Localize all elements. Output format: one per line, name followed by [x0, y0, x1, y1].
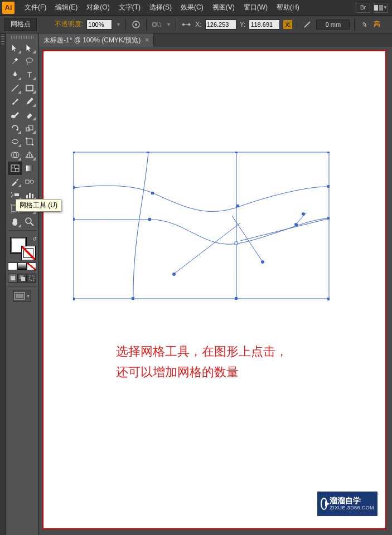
artboard[interactable]: 选择网格工具，在图形上点击， 还可以增加网格的数量 溜溜自学 ZIXUE.3D6… [42, 50, 386, 529]
blob-brush-tool[interactable] [8, 108, 22, 121]
svg-point-3 [135, 23, 137, 26]
arrange-button[interactable]: ▼ [374, 3, 388, 13]
direct-selection-tool[interactable] [22, 41, 37, 55]
svg-rect-52 [327, 185, 330, 188]
color-swatches[interactable]: ↺ [8, 236, 37, 260]
x-input[interactable] [205, 20, 236, 30]
svg-rect-17 [27, 139, 32, 144]
mesh-object[interactable] [73, 152, 330, 302]
svg-rect-57 [132, 297, 134, 300]
stroke-icon[interactable] [302, 20, 313, 30]
menu-select[interactable]: 选择(S) [145, 3, 176, 12]
recolor-icon[interactable] [130, 20, 142, 30]
shape-builder-tool[interactable] [8, 148, 22, 162]
opacity-dropdown[interactable]: ▼ [115, 20, 121, 30]
annotation-line1: 选择网格工具，在图形上点击， [116, 341, 288, 362]
menu-type[interactable]: 文字(T) [114, 3, 145, 12]
anchor-dropdown[interactable]: ▼ [166, 20, 171, 30]
pencil-tool[interactable] [22, 95, 37, 108]
free-transform-tool[interactable] [22, 135, 37, 148]
svg-line-9 [304, 22, 310, 27]
anchor-convert-icon[interactable] [151, 20, 162, 30]
gradient-tool[interactable] [22, 162, 37, 175]
perspective-grid-tool[interactable] [22, 148, 37, 162]
svg-point-8 [188, 23, 190, 26]
svg-line-45 [240, 218, 329, 241]
menu-object[interactable]: 对象(O) [82, 3, 114, 12]
svg-line-35 [31, 223, 33, 226]
color-mode-gradient[interactable] [17, 262, 27, 270]
selection-tool[interactable] [8, 41, 22, 55]
width-tool[interactable] [8, 135, 22, 148]
mesh-tool[interactable] [8, 162, 22, 175]
svg-point-34 [26, 218, 31, 223]
bridge-button[interactable]: Br [356, 3, 370, 13]
svg-rect-56 [235, 152, 238, 153]
svg-rect-26 [14, 193, 19, 196]
tool-tooltip: 网格工具 (U) [16, 199, 61, 212]
svg-rect-36 [11, 276, 15, 280]
svg-point-10 [26, 58, 33, 62]
lasso-tool[interactable] [22, 55, 37, 68]
svg-rect-53 [73, 218, 75, 221]
eraser-tool[interactable] [22, 108, 37, 121]
width-badge: 宽 [283, 20, 292, 29]
rectangle-tool[interactable] [22, 81, 37, 95]
svg-point-66 [294, 223, 298, 226]
y-label: Y: [240, 21, 246, 28]
link-icon[interactable] [359, 20, 370, 30]
paintbrush-tool[interactable] [8, 95, 22, 108]
svg-point-27 [11, 192, 12, 193]
menu-effect[interactable]: 效果(C) [176, 3, 208, 12]
swap-colors-icon[interactable]: ↺ [32, 236, 37, 242]
rotate-tool[interactable] [8, 121, 22, 135]
menu-help[interactable]: 帮助(H) [272, 3, 304, 12]
svg-rect-30 [26, 195, 28, 198]
draw-behind-button[interactable] [17, 274, 27, 283]
menu-view[interactable]: 视图(V) [208, 3, 239, 12]
draw-normal-button[interactable] [8, 274, 17, 283]
svg-rect-48 [327, 152, 330, 153]
svg-point-65 [302, 212, 305, 216]
color-mode-none[interactable] [27, 262, 36, 270]
svg-rect-24 [26, 180, 29, 183]
handles-icon[interactable] [181, 20, 192, 30]
menu-window[interactable]: 窗口(W) [239, 3, 272, 12]
toolbox-grip[interactable] [11, 36, 33, 39]
svg-point-7 [182, 23, 185, 26]
svg-point-29 [11, 196, 12, 197]
zoom-tool[interactable] [22, 215, 37, 228]
svg-rect-1 [379, 5, 383, 11]
svg-rect-38 [21, 277, 25, 281]
hand-tool[interactable] [8, 215, 22, 228]
opacity-input[interactable] [86, 20, 112, 30]
document-tab-title: 未标题-1* @ 100% (CMYK/预览) [43, 36, 141, 45]
blend-tool[interactable] [22, 175, 37, 188]
canvas-area[interactable]: 选择网格工具，在图形上点击， 还可以增加网格的数量 溜溜自学 ZIXUE.3D6… [39, 47, 392, 535]
svg-rect-18 [26, 138, 27, 139]
panel-strip[interactable] [0, 33, 6, 535]
stroke-weight-input[interactable] [316, 20, 350, 30]
magic-wand-tool[interactable] [8, 55, 22, 68]
y-input[interactable] [249, 20, 280, 30]
svg-rect-59 [151, 192, 154, 194]
pen-tool[interactable] [8, 68, 22, 81]
close-tab-button[interactable]: × [145, 36, 149, 44]
eyedropper-tool[interactable] [8, 175, 22, 188]
color-mode-solid[interactable] [8, 262, 17, 270]
svg-rect-47 [73, 152, 75, 153]
opacity-label: 不透明度: [55, 20, 83, 29]
line-segment-tool[interactable] [8, 81, 22, 95]
screen-mode-button[interactable]: ▼ [13, 290, 31, 302]
height-label: 高 [374, 20, 380, 29]
svg-rect-61 [148, 218, 151, 221]
stroke-swatch[interactable] [21, 246, 36, 260]
type-tool[interactable]: T [22, 68, 37, 81]
menu-edit[interactable]: 编辑(E) [51, 3, 82, 12]
svg-rect-0 [374, 5, 378, 11]
scale-tool[interactable] [22, 121, 37, 135]
document-tab-bar: 未标题-1* @ 100% (CMYK/预览) × [39, 33, 392, 47]
menu-file[interactable]: 文件(F) [20, 3, 51, 12]
document-tab[interactable]: 未标题-1* @ 100% (CMYK/预览) × [39, 33, 154, 47]
draw-inside-button[interactable] [27, 274, 36, 283]
